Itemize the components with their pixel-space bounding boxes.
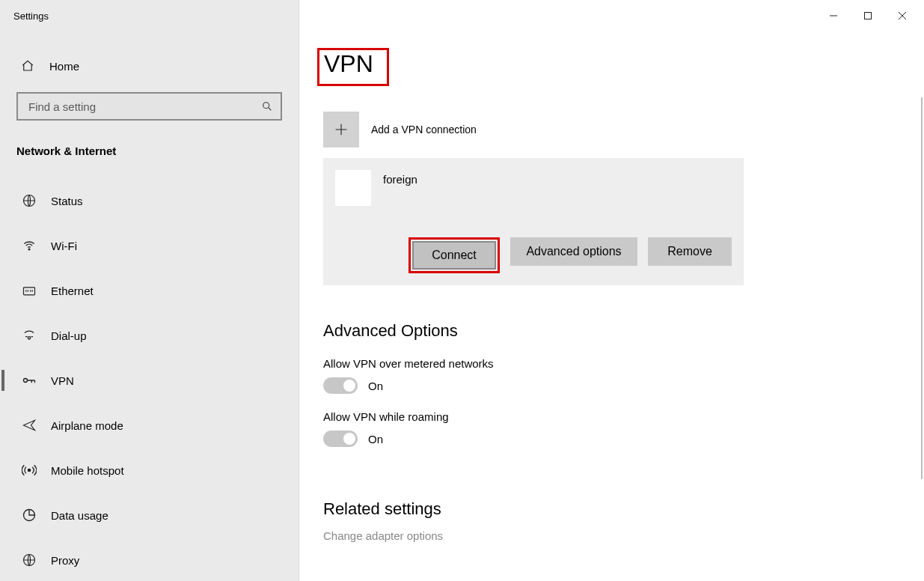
scrollbar[interactable] bbox=[921, 97, 923, 479]
add-vpn-connection[interactable]: Add a VPN connection bbox=[323, 112, 924, 147]
metered-state: On bbox=[368, 380, 383, 392]
related-settings-heading: Related settings bbox=[323, 499, 924, 519]
advanced-options-heading: Advanced Options bbox=[323, 321, 924, 341]
airplane-icon bbox=[21, 418, 37, 433]
main-content: VPN Add a VPN connection foreign Connect… bbox=[299, 0, 924, 581]
sidebar-home[interactable]: Home bbox=[21, 59, 299, 73]
search-icon bbox=[261, 100, 273, 112]
sidebar-item-label: Ethernet bbox=[51, 285, 94, 297]
sidebar-item-airplane[interactable]: Airplane mode bbox=[0, 403, 299, 448]
sidebar-item-proxy[interactable]: Proxy bbox=[0, 538, 299, 581]
metered-toggle[interactable] bbox=[323, 377, 358, 394]
sidebar-nav: Status Wi-Fi Ethernet Dial-up bbox=[0, 178, 299, 581]
home-icon bbox=[21, 59, 36, 73]
sidebar-item-hotspot[interactable]: Mobile hotspot bbox=[0, 448, 299, 493]
sidebar-item-wifi[interactable]: Wi-Fi bbox=[0, 223, 299, 268]
sidebar-item-label: Airplane mode bbox=[51, 419, 123, 432]
roaming-toggle[interactable] bbox=[323, 431, 358, 447]
sidebar-item-datausage[interactable]: Data usage bbox=[0, 493, 299, 538]
connect-highlight: Connect bbox=[409, 237, 500, 273]
app-title: Settings bbox=[0, 6, 299, 22]
svg-rect-3 bbox=[24, 288, 35, 295]
svg-point-5 bbox=[24, 379, 28, 383]
remove-button[interactable]: Remove bbox=[648, 237, 732, 266]
close-button[interactable] bbox=[885, 4, 920, 27]
sidebar-item-label: Wi-Fi bbox=[51, 240, 77, 252]
svg-point-2 bbox=[28, 249, 30, 250]
sidebar-item-ethernet[interactable]: Ethernet bbox=[0, 268, 299, 313]
sidebar-item-label: Mobile hotspot bbox=[51, 464, 124, 477]
search-box[interactable] bbox=[16, 92, 282, 121]
add-vpn-label: Add a VPN connection bbox=[371, 124, 477, 136]
sidebar-item-label: Data usage bbox=[51, 509, 108, 522]
data-usage-icon bbox=[21, 508, 37, 523]
hotspot-icon bbox=[21, 463, 37, 478]
wifi-icon bbox=[21, 238, 37, 253]
sidebar-item-vpn[interactable]: VPN bbox=[0, 358, 299, 403]
change-adapter-options-link[interactable]: Change adapter options bbox=[323, 529, 924, 542]
advanced-options-button[interactable]: Advanced options bbox=[510, 237, 637, 266]
connect-button[interactable]: Connect bbox=[412, 241, 496, 270]
sidebar-item-label: Dial-up bbox=[51, 329, 87, 342]
settings-sidebar: Settings Home Network & Internet Status bbox=[0, 0, 299, 581]
search-input[interactable] bbox=[27, 100, 261, 114]
plus-icon bbox=[323, 112, 359, 147]
svg-point-4 bbox=[28, 337, 30, 339]
sidebar-item-dialup[interactable]: Dial-up bbox=[0, 313, 299, 358]
proxy-icon bbox=[21, 553, 37, 568]
metered-label: Allow VPN over metered networks bbox=[323, 357, 924, 370]
minimize-button[interactable] bbox=[816, 4, 851, 27]
window-controls bbox=[816, 4, 920, 27]
globe-icon bbox=[21, 193, 37, 208]
ethernet-icon bbox=[21, 283, 37, 298]
vpn-entry[interactable]: foreign Connect Advanced options Remove bbox=[323, 158, 744, 285]
vpn-entry-icon bbox=[335, 170, 371, 206]
sidebar-item-label: Proxy bbox=[51, 554, 79, 567]
sidebar-item-label: VPN bbox=[51, 374, 74, 387]
sidebar-category: Network & Internet bbox=[16, 145, 299, 157]
dialup-icon bbox=[21, 328, 37, 343]
sidebar-home-label: Home bbox=[49, 60, 79, 73]
sidebar-item-status[interactable]: Status bbox=[0, 178, 299, 223]
maximize-button[interactable] bbox=[851, 4, 885, 27]
roaming-label: Allow VPN while roaming bbox=[323, 410, 924, 423]
vpn-entry-name: foreign bbox=[383, 170, 417, 186]
roaming-state: On bbox=[368, 433, 383, 445]
sidebar-item-label: Status bbox=[51, 195, 83, 207]
page-title: VPN bbox=[317, 48, 389, 86]
svg-rect-9 bbox=[865, 13, 872, 19]
svg-point-0 bbox=[263, 103, 269, 109]
vpn-icon bbox=[21, 373, 37, 388]
svg-point-6 bbox=[28, 469, 30, 471]
